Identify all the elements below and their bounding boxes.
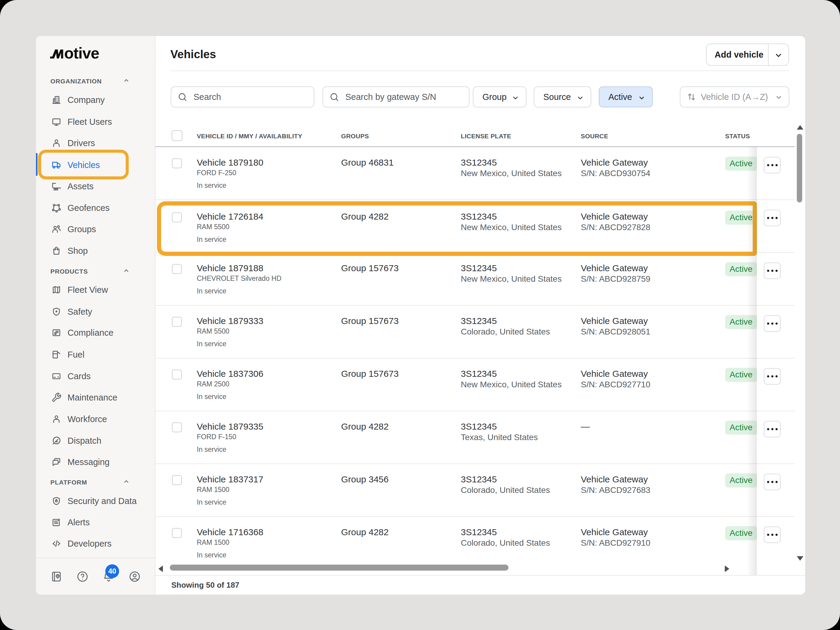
svg-text:otive: otive <box>64 45 99 60</box>
